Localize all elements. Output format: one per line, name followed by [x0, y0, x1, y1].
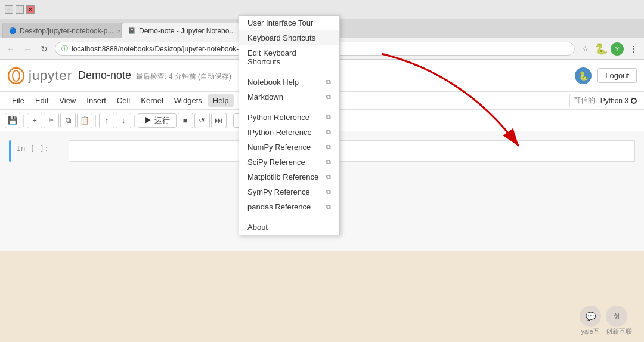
- notebook-name[interactable]: Demo-note: [78, 69, 131, 82]
- ext-link-icon-7: ⧉: [326, 173, 331, 181]
- numpy-ref-label: NumPy Reference: [247, 143, 311, 152]
- lock-icon: ⓘ: [61, 44, 68, 53]
- help-dropdown: User Interface Tour Keyboard Shortcuts E…: [239, 15, 340, 235]
- browser-tab-2-label: Demo-note - Jupyter Notebo...: [139, 27, 235, 35]
- matplotlib-ref-label: Matplotlib Reference: [247, 172, 318, 181]
- paste-btn[interactable]: 📋: [77, 113, 92, 128]
- notebook-body: In [ ]: User Interface Tour Keyboard Sho…: [0, 131, 644, 251]
- watermark-logo-2: 创 创新互联: [606, 306, 632, 336]
- star-btn[interactable]: ☆: [580, 43, 592, 55]
- menu-item-python-ref[interactable]: Python Reference ⧉: [239, 110, 339, 125]
- menu-widgets[interactable]: Widgets: [169, 94, 207, 107]
- menu-file[interactable]: File: [7, 94, 29, 107]
- tb-sep-1: [23, 115, 24, 127]
- close-btn[interactable]: ×: [26, 5, 35, 14]
- ipython-ref-label: IPython Reference: [247, 128, 312, 137]
- fast-forward-btn[interactable]: ⏭: [211, 113, 227, 128]
- tb-sep-4: [230, 115, 230, 127]
- browser-tab-1[interactable]: 🔵 Desktop/jupyter-notebook-p... ×: [2, 23, 122, 38]
- header-right: 🐍 Logout: [574, 66, 637, 85]
- back-btn[interactable]: ←: [5, 43, 17, 55]
- browser-tab-2[interactable]: 📓 Demo-note - Jupyter Notebo... ×: [122, 23, 241, 38]
- move-up-btn[interactable]: ↑: [99, 113, 114, 128]
- edit-shortcuts-label: Edit Keyboard Shortcuts: [247, 48, 331, 66]
- ext-link-icon-6: ⧉: [326, 158, 331, 166]
- stop-btn[interactable]: ■: [178, 113, 193, 128]
- scipy-ref-label: SciPy Reference: [247, 158, 305, 167]
- cell-indicator: [9, 140, 11, 162]
- ext-link-icon-2: ⧉: [326, 93, 331, 101]
- menu-item-matplotlib-ref[interactable]: Matplotlib Reference ⧉: [239, 170, 339, 184]
- minimize-btn[interactable]: −: [5, 5, 13, 14]
- about-label: About: [247, 223, 268, 232]
- sympy-ref-label: SymPy Reference: [247, 187, 310, 196]
- menu-view[interactable]: View: [54, 94, 80, 107]
- keyboard-shortcuts-label: Keyboard Shortcuts: [247, 33, 315, 42]
- tb-sep-3: [134, 115, 135, 127]
- svg-text:🐍: 🐍: [578, 71, 589, 81]
- watermark-text-1: yale互: [580, 327, 601, 336]
- save-btn[interactable]: 💾: [5, 113, 20, 128]
- browser-tab-1-label: Desktop/jupyter-notebook-p...: [20, 27, 113, 35]
- pandas-ref-label: pandas Reference: [247, 202, 311, 211]
- wechat-icon: 💬: [580, 306, 601, 327]
- menu-item-keyboard-shortcuts[interactable]: Keyboard Shortcuts: [239, 30, 339, 45]
- move-down-btn[interactable]: ↓: [116, 113, 131, 128]
- watermark: 💬 yale互 创 创新互联: [580, 306, 632, 336]
- kernel-label: Python 3: [600, 97, 628, 105]
- menu-cell[interactable]: Cell: [112, 94, 135, 107]
- restart-btn[interactable]: ↺: [194, 113, 210, 128]
- jupyter-logo-icon: [7, 67, 25, 85]
- tb-sep-2: [95, 115, 96, 127]
- ui-tour-label: User Interface Tour: [247, 19, 313, 27]
- menu-item-sympy-ref[interactable]: SymPy Reference ⧉: [239, 184, 339, 199]
- address-actions: ☆ 🐍 Y ⋮: [580, 42, 639, 56]
- menu-item-scipy-ref[interactable]: SciPy Reference ⧉: [239, 155, 339, 170]
- markdown-label: Markdown: [247, 93, 283, 101]
- dropdown-sep-3: [239, 217, 339, 217]
- menu-item-numpy-ref[interactable]: NumPy Reference ⧉: [239, 140, 339, 155]
- ext-link-icon-3: ⧉: [326, 113, 331, 121]
- menu-help[interactable]: Help: [208, 94, 234, 107]
- copy-btn[interactable]: ⧉: [60, 113, 76, 128]
- trusted-badge: 可信的: [569, 94, 599, 107]
- notebook-status: 最后检查: 4 分钟前 (自动保存): [136, 72, 231, 82]
- ext-link-icon-9: ⧉: [326, 203, 331, 211]
- menu-item-ui-tour[interactable]: User Interface Tour: [239, 16, 339, 30]
- python-ref-label: Python Reference: [247, 113, 309, 122]
- window-controls[interactable]: − □ ×: [5, 5, 35, 14]
- kernel-indicator: Python 3: [600, 97, 637, 105]
- menu-item-notebook-help[interactable]: Notebook Help ⧉: [239, 75, 339, 90]
- cut-btn[interactable]: ✂: [44, 113, 59, 128]
- jupyter-wordmark: jupyter: [29, 68, 72, 84]
- menu-item-about[interactable]: About: [239, 220, 339, 235]
- refresh-btn[interactable]: ↻: [38, 43, 50, 55]
- menu-btn[interactable]: ⋮: [627, 43, 639, 55]
- innovation-icon: 创: [606, 306, 627, 327]
- tab-1-close-icon[interactable]: ×: [117, 27, 120, 35]
- watermark-logo-1: 💬 yale互: [580, 306, 601, 336]
- python-icon: 🐍: [595, 43, 607, 55]
- menu-edit[interactable]: Edit: [30, 94, 53, 107]
- notebook-help-label: Notebook Help: [247, 78, 299, 87]
- menu-item-ipython-ref[interactable]: IPython Reference ⧉: [239, 125, 339, 140]
- svg-point-1: [13, 70, 20, 81]
- menu-item-pandas-ref[interactable]: pandas Reference ⧉: [239, 199, 339, 214]
- logout-button[interactable]: Logout: [597, 68, 637, 83]
- run-btn[interactable]: ▶ 运行: [138, 113, 177, 128]
- menu-item-edit-shortcuts[interactable]: Edit Keyboard Shortcuts: [239, 45, 339, 69]
- ext-link-icon-8: ⧉: [326, 188, 331, 196]
- add-cell-btn[interactable]: +: [27, 113, 42, 128]
- cell-input[interactable]: [69, 140, 635, 162]
- profile-icon[interactable]: Y: [611, 42, 624, 56]
- menu-kernel[interactable]: Kernel: [136, 94, 168, 107]
- dropdown-sep-1: [239, 72, 339, 72]
- menu-insert[interactable]: Insert: [82, 94, 111, 107]
- ext-link-icon-5: ⧉: [326, 143, 331, 151]
- menu-item-markdown[interactable]: Markdown ⧉: [239, 90, 339, 104]
- dropdown-sep-2: [239, 107, 339, 107]
- forward-btn[interactable]: →: [21, 43, 33, 55]
- jupyter-logo: jupyter: [7, 67, 72, 85]
- watermark-text-2: 创新互联: [606, 327, 632, 336]
- maximize-btn[interactable]: □: [16, 5, 24, 14]
